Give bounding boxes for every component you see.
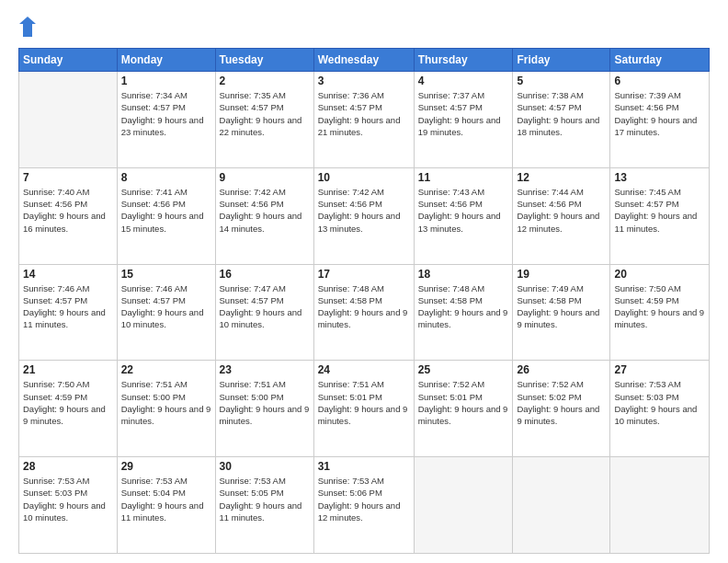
weekday-header: Thursday (414, 49, 513, 72)
sunrise-line: Sunrise: 7:47 AM (220, 282, 310, 294)
sunrise-line: Sunrise: 7:41 AM (121, 186, 211, 198)
sunset-line: Sunset: 4:57 PM (614, 198, 705, 210)
calendar-cell: 9Sunrise: 7:42 AMSunset: 4:56 PMDaylight… (215, 167, 313, 264)
daylight-line: Daylight: 9 hours and 22 minutes. (220, 114, 310, 139)
calendar-cell: 11Sunrise: 7:43 AMSunset: 4:56 PMDayligh… (414, 167, 513, 264)
sunrise-line: Sunrise: 7:53 AM (318, 475, 410, 487)
sunset-line: Sunset: 4:57 PM (23, 294, 113, 306)
calendar-cell (19, 72, 118, 168)
calendar-week-row: 7Sunrise: 7:40 AMSunset: 4:56 PMDaylight… (19, 167, 710, 264)
sunrise-line: Sunrise: 7:53 AM (23, 475, 113, 487)
calendar-cell: 7Sunrise: 7:40 AMSunset: 4:56 PMDaylight… (19, 167, 118, 264)
sunrise-line: Sunrise: 7:49 AM (517, 282, 606, 294)
sunset-line: Sunset: 4:58 PM (318, 294, 410, 306)
sunrise-line: Sunrise: 7:44 AM (517, 186, 606, 198)
calendar-cell: 5Sunrise: 7:38 AMSunset: 4:57 PMDaylight… (513, 72, 610, 168)
day-number: 21 (23, 363, 113, 376)
sunrise-line: Sunrise: 7:48 AM (418, 282, 509, 294)
sunset-line: Sunset: 4:59 PM (614, 294, 705, 306)
daylight-line: Daylight: 9 hours and 9 minutes. (220, 403, 310, 428)
daylight-line: Daylight: 9 hours and 9 minutes. (517, 306, 606, 331)
daylight-line: Daylight: 9 hours and 9 minutes. (614, 306, 705, 331)
calendar-cell (610, 457, 710, 554)
sunset-line: Sunset: 5:01 PM (418, 391, 509, 403)
sunset-line: Sunset: 4:57 PM (220, 101, 310, 113)
sunrise-line: Sunrise: 7:43 AM (418, 186, 509, 198)
day-number: 4 (418, 75, 509, 87)
calendar-cell: 10Sunrise: 7:42 AMSunset: 4:56 PMDayligh… (313, 167, 414, 264)
daylight-line: Daylight: 9 hours and 13 minutes. (418, 210, 509, 235)
sunset-line: Sunset: 5:01 PM (318, 391, 410, 403)
sunrise-line: Sunrise: 7:46 AM (121, 282, 211, 294)
day-number: 26 (517, 363, 606, 376)
calendar-cell: 18Sunrise: 7:48 AMSunset: 4:58 PMDayligh… (414, 264, 513, 361)
sunrise-line: Sunrise: 7:50 AM (614, 282, 705, 294)
day-number: 12 (517, 171, 606, 184)
daylight-line: Daylight: 9 hours and 11 minutes. (220, 500, 310, 524)
weekday-header: Sunday (19, 49, 118, 72)
sunrise-line: Sunrise: 7:42 AM (318, 186, 410, 198)
daylight-line: Daylight: 9 hours and 11 minutes. (23, 306, 113, 331)
sunset-line: Sunset: 5:04 PM (121, 487, 211, 499)
daylight-line: Daylight: 9 hours and 10 minutes. (121, 306, 211, 331)
sunset-line: Sunset: 4:57 PM (121, 294, 211, 306)
day-number: 9 (220, 171, 310, 184)
calendar-cell: 4Sunrise: 7:37 AMSunset: 4:57 PMDaylight… (414, 72, 513, 168)
daylight-line: Daylight: 9 hours and 15 minutes. (121, 210, 211, 235)
daylight-line: Daylight: 9 hours and 9 minutes. (318, 403, 410, 428)
sunrise-line: Sunrise: 7:40 AM (23, 186, 113, 198)
sunset-line: Sunset: 4:57 PM (517, 101, 606, 113)
daylight-line: Daylight: 9 hours and 10 minutes. (23, 500, 113, 524)
calendar-cell (513, 457, 610, 554)
sunset-line: Sunset: 4:56 PM (318, 198, 410, 210)
weekday-header: Tuesday (215, 49, 313, 72)
sunrise-line: Sunrise: 7:35 AM (220, 89, 310, 101)
sunrise-line: Sunrise: 7:52 AM (418, 378, 509, 390)
calendar-cell: 1Sunrise: 7:34 AMSunset: 4:57 PMDaylight… (117, 72, 215, 168)
calendar-cell: 12Sunrise: 7:44 AMSunset: 4:56 PMDayligh… (513, 167, 610, 264)
logo-icon (19, 17, 36, 37)
daylight-line: Daylight: 9 hours and 9 minutes. (517, 403, 606, 428)
sunset-line: Sunset: 4:59 PM (23, 391, 113, 403)
sunrise-line: Sunrise: 7:53 AM (121, 475, 211, 487)
calendar-week-row: 1Sunrise: 7:34 AMSunset: 4:57 PMDaylight… (19, 72, 710, 168)
daylight-line: Daylight: 9 hours and 11 minutes. (121, 500, 211, 524)
sunrise-line: Sunrise: 7:52 AM (517, 378, 606, 390)
day-number: 25 (418, 363, 509, 376)
calendar-cell: 13Sunrise: 7:45 AMSunset: 4:57 PMDayligh… (610, 167, 710, 264)
sunrise-line: Sunrise: 7:46 AM (23, 282, 113, 294)
sunset-line: Sunset: 4:57 PM (318, 101, 410, 113)
sunset-line: Sunset: 4:56 PM (121, 198, 211, 210)
sunrise-line: Sunrise: 7:39 AM (614, 89, 705, 101)
page: SundayMondayTuesdayWednesdayThursdayFrid… (0, 0, 728, 563)
sunset-line: Sunset: 4:56 PM (418, 198, 509, 210)
calendar-week-row: 28Sunrise: 7:53 AMSunset: 5:03 PMDayligh… (19, 457, 710, 554)
sunrise-line: Sunrise: 7:48 AM (318, 282, 410, 294)
day-number: 16 (220, 268, 310, 281)
sunset-line: Sunset: 4:58 PM (418, 294, 509, 306)
daylight-line: Daylight: 9 hours and 9 minutes. (418, 306, 509, 331)
calendar-cell: 19Sunrise: 7:49 AMSunset: 4:58 PMDayligh… (513, 264, 610, 361)
sunset-line: Sunset: 4:57 PM (418, 101, 509, 113)
sunrise-line: Sunrise: 7:38 AM (517, 89, 606, 101)
day-number: 19 (517, 268, 606, 281)
day-number: 17 (318, 268, 410, 281)
calendar-cell: 3Sunrise: 7:36 AMSunset: 4:57 PMDaylight… (313, 72, 414, 168)
day-number: 22 (121, 363, 211, 376)
day-number: 8 (121, 171, 211, 184)
calendar-cell: 20Sunrise: 7:50 AMSunset: 4:59 PMDayligh… (610, 264, 710, 361)
sunrise-line: Sunrise: 7:51 AM (121, 378, 211, 390)
calendar-cell: 25Sunrise: 7:52 AMSunset: 5:01 PMDayligh… (414, 361, 513, 457)
svg-marker-0 (19, 17, 36, 37)
sunrise-line: Sunrise: 7:36 AM (318, 89, 410, 101)
calendar-cell: 15Sunrise: 7:46 AMSunset: 4:57 PMDayligh… (117, 264, 215, 361)
day-number: 1 (121, 75, 211, 87)
daylight-line: Daylight: 9 hours and 13 minutes. (318, 210, 410, 235)
day-number: 27 (614, 363, 705, 376)
day-number: 30 (220, 460, 310, 473)
calendar-cell: 30Sunrise: 7:53 AMSunset: 5:05 PMDayligh… (215, 457, 313, 554)
sunrise-line: Sunrise: 7:37 AM (418, 89, 509, 101)
sunrise-line: Sunrise: 7:34 AM (121, 89, 211, 101)
calendar-week-row: 21Sunrise: 7:50 AMSunset: 4:59 PMDayligh… (19, 361, 710, 457)
day-number: 2 (220, 75, 310, 87)
